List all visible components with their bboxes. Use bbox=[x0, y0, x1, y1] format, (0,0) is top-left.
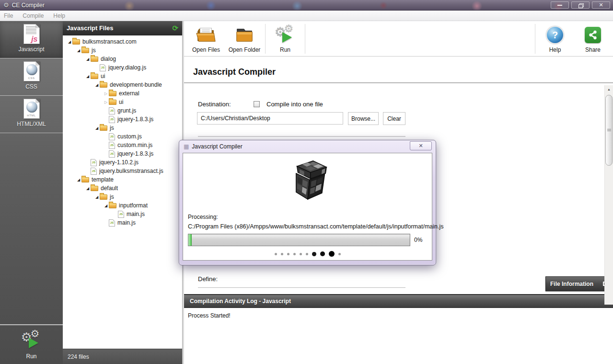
tree-node-label: custom.js bbox=[117, 133, 142, 140]
collapse-arrow-icon[interactable]: ◢ bbox=[94, 195, 100, 199]
tree-node-file[interactable]: JScustom.min.js bbox=[63, 141, 182, 149]
collapse-arrow-icon[interactable]: ◢ bbox=[85, 74, 91, 79]
clear-button[interactable]: Clear bbox=[383, 112, 405, 125]
define-label: Define: bbox=[198, 275, 218, 283]
menu-item-file[interactable]: File bbox=[4, 12, 13, 19]
tree-node-file[interactable]: JSgrunt.js bbox=[63, 106, 182, 115]
cube-illustration bbox=[183, 155, 432, 205]
vertical-scrollbar[interactable]: ▲ bbox=[604, 85, 613, 305]
tree-node-label: custom.min.js bbox=[117, 142, 152, 148]
tree-node-folder[interactable]: ◢bulksmstransact.com bbox=[63, 37, 182, 46]
folder-icon bbox=[72, 39, 80, 45]
tree-node-folder[interactable]: ◢template bbox=[63, 175, 182, 184]
collapse-arrow-icon[interactable]: ◢ bbox=[85, 57, 91, 61]
scroll-up-arrow-icon[interactable]: ▲ bbox=[605, 85, 613, 93]
tree-node-folder[interactable]: ◢inputformat bbox=[63, 201, 182, 210]
spinner-dot bbox=[293, 253, 296, 255]
folder-icon bbox=[91, 186, 98, 191]
sidebar-item-css[interactable]: CSSCSS bbox=[0, 58, 63, 96]
destination-path-input[interactable] bbox=[197, 112, 343, 125]
section-divider bbox=[198, 136, 405, 137]
close-icon: ✕ bbox=[599, 2, 603, 8]
tree-node-file[interactable]: JSjquery.bulksmstransact.js bbox=[63, 167, 182, 175]
dialog-title-bar[interactable]: ▦ Javascript Compiler bbox=[179, 140, 436, 153]
collapse-arrow-icon[interactable]: ◢ bbox=[67, 40, 72, 44]
tree-node-file[interactable]: JSjquery-1.8.3.js bbox=[63, 149, 182, 158]
destination-label: Destination: bbox=[198, 101, 231, 108]
tree-node-label: ui bbox=[119, 99, 123, 105]
tree-node-file[interactable]: JSmain.js bbox=[63, 210, 182, 218]
browse-button[interactable]: Browse... bbox=[348, 112, 379, 125]
toolbar-separator bbox=[535, 24, 535, 54]
js-file-icon: js bbox=[23, 24, 40, 44]
tree-node-folder[interactable]: ◢js bbox=[63, 193, 182, 201]
expand-arrow-icon[interactable]: ▷ bbox=[103, 91, 109, 96]
scrollbar-thumb[interactable] bbox=[605, 95, 613, 166]
menu-item-compile[interactable]: Compile bbox=[23, 12, 44, 19]
activity-log-title: Compilation Activity Log - Javascript bbox=[190, 298, 291, 305]
js-file-icon: JS bbox=[109, 116, 115, 123]
dialog-close-button[interactable]: ✕ bbox=[410, 141, 432, 150]
tree-node-label: external bbox=[119, 90, 139, 97]
collapse-arrow-icon[interactable]: ◢ bbox=[94, 126, 100, 130]
open-files-icon bbox=[195, 25, 217, 45]
spinner-dot bbox=[300, 253, 302, 255]
share-button[interactable]: Share bbox=[576, 24, 610, 55]
log-entry: Process Started! bbox=[188, 312, 609, 319]
tree-node-folder[interactable]: ◢js bbox=[63, 124, 182, 132]
tree-node-folder[interactable]: ◢default bbox=[63, 184, 182, 193]
collapse-arrow-icon[interactable]: ◢ bbox=[103, 204, 109, 208]
menu-item-help[interactable]: Help bbox=[53, 12, 65, 19]
open-files-button[interactable]: Open Files bbox=[189, 24, 223, 55]
tree-node-label: jquery.dialog.js bbox=[108, 64, 146, 71]
tree-node-file[interactable]: JSjquery.dialog.js bbox=[63, 63, 182, 72]
tree-node-label: jquery-1.8.3.js bbox=[117, 150, 153, 157]
tree-node-file[interactable]: JSjquery-1.8.3.js bbox=[63, 115, 182, 124]
refresh-icon[interactable]: ⟳ bbox=[172, 24, 178, 32]
app-gear-icon: ⚙ bbox=[3, 2, 9, 8]
title-bar: ⚙ CE Compiler ✕ bbox=[0, 0, 613, 11]
collapse-arrow-icon[interactable]: ◢ bbox=[76, 48, 81, 53]
compile-into-one-file-label: Compile into one file bbox=[266, 101, 323, 108]
tree-status-bar: 224 files bbox=[63, 349, 182, 364]
tree-node-folder[interactable]: ▷external bbox=[63, 89, 182, 98]
tree-node-folder[interactable]: ◢development-bundle bbox=[63, 80, 182, 89]
open-folder-button[interactable]: Open Folder bbox=[227, 24, 262, 55]
close-button[interactable]: ✕ bbox=[592, 1, 610, 9]
tree-node-label: jquery.bulksmstransact.js bbox=[99, 168, 163, 174]
collapse-arrow-icon[interactable]: ◢ bbox=[76, 178, 81, 182]
run-button[interactable]: ⚙⚙Run bbox=[268, 24, 302, 55]
spinner-dot bbox=[287, 253, 289, 255]
sidebar-item-label: Javascript bbox=[18, 46, 44, 53]
toolbar-separator bbox=[305, 24, 305, 54]
share-icon bbox=[585, 27, 601, 43]
toolbar-button-label: Open Files bbox=[192, 46, 220, 53]
sidebar-item-html-xml[interactable]: HTMLHTML/XML bbox=[0, 96, 63, 133]
toolbar-button-label: Run bbox=[280, 46, 290, 53]
expand-arrow-icon[interactable]: ▷ bbox=[103, 100, 109, 104]
sidebar-item-label: CSS bbox=[25, 83, 37, 90]
minimize-button[interactable] bbox=[551, 1, 569, 9]
tree-node-folder[interactable]: ▷ui bbox=[63, 98, 182, 106]
activity-log-output: Process Started! bbox=[184, 308, 613, 364]
tree-node-folder[interactable]: ◢dialog bbox=[63, 55, 182, 63]
progress-bar-fill bbox=[188, 234, 192, 246]
sidebar-item-javascript[interactable]: jsJavascript bbox=[0, 21, 63, 58]
tree-node-folder[interactable]: ◢js bbox=[63, 46, 182, 55]
sidebar-item-run[interactable]: ⚙⚙ Run bbox=[0, 324, 63, 364]
spinner-dot bbox=[275, 253, 277, 255]
compile-into-one-file-checkbox[interactable] bbox=[254, 101, 260, 107]
define-input-underline bbox=[198, 287, 405, 288]
collapse-arrow-icon[interactable]: ◢ bbox=[85, 186, 91, 191]
help-button[interactable]: ?Help bbox=[538, 24, 572, 55]
dialog-cube-icon: ▦ bbox=[184, 144, 189, 149]
tree-node-file[interactable]: JSmain.js bbox=[63, 218, 182, 227]
window-controls: ✕ bbox=[551, 1, 610, 9]
tree-node-file[interactable]: JScustom.js bbox=[63, 132, 182, 141]
file-information-button[interactable]: File Information bbox=[545, 276, 613, 291]
tree-node-folder[interactable]: ◢ui bbox=[63, 72, 182, 80]
dialog-title: Javascript Compiler bbox=[192, 143, 242, 150]
restore-button[interactable] bbox=[571, 1, 590, 9]
tree-node-file[interactable]: JSjquery-1.10.2.js bbox=[63, 158, 182, 167]
collapse-arrow-icon[interactable]: ◢ bbox=[94, 83, 100, 87]
